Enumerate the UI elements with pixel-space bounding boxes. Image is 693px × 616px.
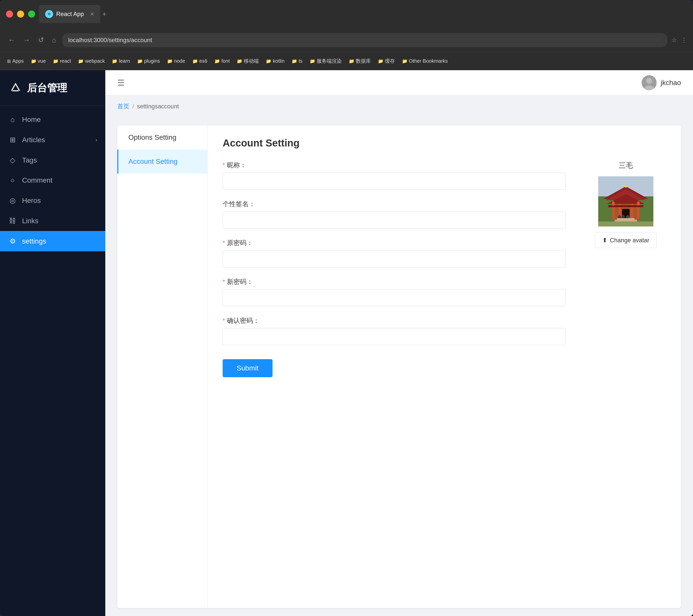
plugins-bookmark-icon: 📁 [137,58,143,64]
bookmark-other[interactable]: 📁 Other Bookmarks [399,57,451,65]
bookmark-webpack[interactable]: 📁 webpack [75,57,108,65]
bookmark-node-label: node [174,58,185,64]
change-avatar-button[interactable]: ⬆ Change avatar [595,232,656,248]
url-icons: ☆ ⋮ [671,37,687,44]
url-field[interactable]: localhost:3000/settings/account [62,33,668,47]
home-icon: ⌂ [8,116,17,124]
svg-point-1 [646,78,652,84]
sidebar-item-articles-label: Articles [22,136,45,144]
options-setting-label: Options Setting [128,133,176,141]
avatar-image [598,176,653,227]
signature-label: 个性签名： [223,200,566,208]
breadcrumb-current: settingsaccount [137,103,179,110]
bookmark-mobile[interactable]: 📁 移动端 [234,56,262,66]
settings-menu-account[interactable]: Account Setting [117,150,207,174]
extensions-icon[interactable]: ⋮ [681,37,687,44]
confirm-password-input[interactable] [223,328,566,345]
settings-menu-options[interactable]: Options Setting [117,126,207,150]
logo-text: 后台管理 [27,81,67,95]
bookmark-es6[interactable]: 📁 es6 [189,57,210,65]
ssr-bookmark-icon: 📁 [310,58,315,64]
tab-title: React App [56,11,84,18]
upload-icon: ⬆ [602,237,607,244]
traffic-light-green[interactable] [28,11,35,18]
account-setting-label: Account Setting [128,157,178,165]
app-container: 后台管理 ⌂ Home ⊞ Articles › ◇ Tags ○ [0,70,693,616]
username-label: jkchao [661,79,681,87]
sidebar-item-heros-label: Heros [22,197,41,205]
content-area: Options Setting Account Setting Account … [105,117,693,616]
reload-button[interactable]: ↺ [36,34,46,46]
bookmark-kotlin-label: kotlin [273,58,284,64]
bookmark-font[interactable]: 📁 font [211,57,233,65]
sidebar-item-tags-label: Tags [22,156,37,164]
sidebar-item-comment[interactable]: ○ Comment [0,170,105,190]
form-left: * 昵称： 个性签名： [223,161,566,377]
mobile-bookmark-icon: 📁 [237,58,242,64]
bookmark-ssr[interactable]: 📁 服务端渲染 [306,56,345,66]
forward-button[interactable]: → [21,34,32,46]
new-tab-button[interactable]: + [102,10,106,18]
sidebar-item-heros[interactable]: ◎ Heros [0,190,105,211]
bookmark-vue[interactable]: 📁 vue [28,57,49,65]
bookmark-react[interactable]: 📁 react [50,57,74,65]
tags-icon: ◇ [8,156,17,164]
svg-point-22 [637,201,640,206]
bookmark-node[interactable]: 📁 node [164,57,188,65]
sidebar-item-tags[interactable]: ◇ Tags [0,150,105,170]
sidebar-toggle-button[interactable]: ☰ [117,78,125,88]
sidebar-nav: ⌂ Home ⊞ Articles › ◇ Tags ○ Comment ◎ [0,105,105,616]
node-bookmark-icon: 📁 [167,58,173,64]
bookmark-learn[interactable]: 📁 learn [109,57,133,65]
articles-arrow-icon: › [96,137,97,143]
new-password-input[interactable] [223,289,566,306]
back-button[interactable]: ← [6,34,17,46]
new-password-group: * 新密码： [223,277,566,306]
svg-rect-19 [615,220,637,222]
heros-icon: ◎ [8,196,17,205]
bookmark-apps[interactable]: ⊞ Apps [4,57,27,65]
sidebar-item-settings[interactable]: ⚙ settings [0,231,105,251]
old-password-input[interactable] [223,250,566,267]
traffic-light-yellow[interactable] [17,11,24,18]
db-bookmark-icon: 📁 [349,58,354,64]
sidebar-item-home[interactable]: ⌂ Home [0,110,105,130]
active-tab[interactable]: ⚛ React App ✕ [39,5,100,23]
vue-bookmark-icon: 📁 [31,58,36,64]
bookmarks-bar: ⊞ Apps 📁 vue 📁 react 📁 webpack 📁 learn 📁… [0,52,693,70]
kotlin-bookmark-icon: 📁 [266,58,271,64]
user-avatar [641,75,657,90]
breadcrumb-home[interactable]: 首页 [117,102,130,110]
old-password-label: * 原密码： [223,238,566,247]
confirm-password-label-text: 确认密码： [227,316,259,325]
bookmark-ts[interactable]: 📁 ts [289,57,305,65]
change-avatar-label: Change avatar [610,237,649,244]
breadcrumb: 首页 / settingsaccount [105,95,693,117]
tab-close-button[interactable]: ✕ [90,11,94,17]
main-content: ☰ jkchao 首页 / settingsac [105,70,693,616]
webpack-bookmark-icon: 📁 [78,58,83,64]
nickname-label-text: 昵称： [227,161,246,170]
header-right: jkchao [641,75,681,90]
submit-label: Submit [237,364,258,372]
browser-titlebar: ⚛ React App ✕ + [0,0,693,28]
comment-icon: ○ [8,176,17,184]
bookmark-db[interactable]: 📁 数据库 [346,56,374,66]
nickname-group: * 昵称： [223,161,566,190]
bookmark-icon[interactable]: ☆ [671,37,677,44]
confirm-password-group: * 确认密码： [223,316,566,345]
sidebar-item-links[interactable]: ⛓ Links [0,211,105,231]
bookmark-kotlin[interactable]: 📁 kotlin [263,57,288,65]
home-button[interactable]: ⌂ [50,34,58,46]
bookmark-webpack-label: webpack [85,58,105,64]
bookmark-cache[interactable]: 📁 缓存 [375,56,398,66]
nickname-input[interactable] [223,173,566,190]
signature-input[interactable] [223,211,566,229]
new-password-required-star: * [223,278,225,285]
submit-button[interactable]: Submit [223,359,273,377]
url-bar: ← → ↺ ⌂ localhost:3000/settings/account … [0,28,693,52]
articles-icon: ⊞ [8,136,17,144]
traffic-light-red[interactable] [6,11,13,18]
bookmark-plugins[interactable]: 📁 plugins [134,57,163,65]
sidebar-item-articles[interactable]: ⊞ Articles › [0,130,105,150]
